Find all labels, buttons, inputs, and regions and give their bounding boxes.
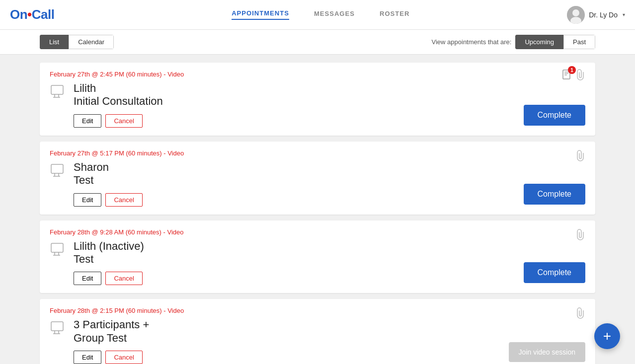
appt-actions-3: Edit Cancel [74, 272, 585, 285]
appt-patient-name-1: Lilith Initial Consultation [74, 82, 585, 108]
appt-body-3: Lilith (Inactive) Test Edit Cancel [50, 240, 585, 286]
svg-rect-11 [51, 164, 63, 173]
appt-patient-name-3: Lilith (Inactive) Test [74, 240, 585, 266]
logo-call: Call [32, 7, 55, 22]
paperclip-icon-3[interactable] [575, 228, 585, 243]
edit-button-3[interactable]: Edit [74, 272, 101, 285]
complete-button-2[interactable]: Complete [524, 184, 585, 205]
appt-body-2: Sharon Test Edit Cancel [50, 161, 585, 207]
cancel-button-2[interactable]: Cancel [105, 193, 142, 207]
paperclip-icon-4[interactable] [575, 307, 585, 321]
notes-badge-1: 1 [568, 66, 576, 74]
svg-rect-15 [51, 243, 63, 252]
appointment-filter: Upcoming Past [515, 35, 595, 49]
svg-rect-3 [51, 85, 63, 94]
filter-label: View appointments that are: [432, 38, 512, 46]
subheader: List Calendar View appointments that are… [0, 30, 635, 55]
calendar-view-button[interactable]: Calendar [69, 35, 114, 49]
logo-text: On•Call [10, 7, 54, 22]
user-name-label: Dr. Ly Do [589, 11, 618, 19]
paperclip-icon-2[interactable] [575, 149, 585, 164]
appt-info-1: Lilith Initial Consultation Edit Cancel [74, 82, 585, 128]
appointment-card-1: February 27th @ 2:45 PM (60 minutes) - V… [40, 63, 595, 136]
appt-info-3: Lilith (Inactive) Test Edit Cancel [74, 240, 585, 286]
nav-appointments[interactable]: APPOINTMENTS [232, 9, 289, 20]
video-monitor-icon-3 [50, 242, 68, 257]
notes-icon-1[interactable]: 1 [561, 69, 573, 83]
nav-roster[interactable]: ROSTER [380, 10, 409, 19]
add-appointment-fab[interactable]: + [594, 323, 620, 349]
svg-rect-19 [51, 322, 63, 331]
appt-body-1: Lilith Initial Consultation Edit Cancel [50, 82, 585, 128]
logo-dot: • [27, 7, 32, 22]
video-monitor-icon-2 [50, 163, 68, 178]
appt-date-4: February 28th @ 2:15 PM (60 minutes) - V… [50, 307, 585, 314]
cancel-button-4[interactable]: Cancel [105, 351, 142, 364]
nav-messages[interactable]: MESSAGES [314, 10, 355, 19]
appointment-card-2: February 27th @ 5:17 PM (60 minutes) - V… [40, 142, 595, 215]
view-toggle: List Calendar [40, 35, 114, 49]
appt-patient-name-4: 3 Participants + Group Test [74, 318, 585, 345]
appt-date-2: February 27th @ 5:17 PM (60 minutes) - V… [50, 149, 585, 157]
appointment-card-4: February 28th @ 2:15 PM (60 minutes) - V… [40, 299, 595, 364]
paperclip-icon-1[interactable] [575, 69, 585, 83]
cancel-button-3[interactable]: Cancel [105, 272, 142, 285]
appt-body-4: 3 Participants + Group Test Edit Cancel [50, 318, 585, 364]
appt-info-2: Sharon Test Edit Cancel [74, 161, 585, 207]
main-nav: APPOINTMENTS MESSAGES ROSTER [74, 9, 567, 20]
video-monitor-icon-1 [50, 84, 68, 99]
appt-patient-name-2: Sharon Test [74, 161, 585, 187]
appointments-list: February 27th @ 2:45 PM (60 minutes) - V… [0, 55, 635, 364]
logo-on: On [10, 7, 27, 22]
svg-point-1 [572, 9, 579, 16]
filter-past-button[interactable]: Past [563, 35, 595, 49]
chevron-down-icon: ▾ [623, 12, 625, 17]
appt-date-1: February 27th @ 2:45 PM (60 minutes) - V… [50, 71, 585, 78]
user-menu[interactable]: Dr. Ly Do ▾ [567, 6, 625, 24]
edit-button-4[interactable]: Edit [74, 351, 101, 364]
filter-upcoming-button[interactable]: Upcoming [515, 35, 563, 49]
complete-button-3[interactable]: Complete [524, 262, 585, 283]
appt-actions-2: Edit Cancel [74, 193, 585, 207]
list-view-button[interactable]: List [40, 35, 69, 49]
video-monitor-icon-4 [50, 320, 68, 335]
join-video-button-4[interactable]: Join video session [509, 342, 585, 362]
edit-button-1[interactable]: Edit [74, 114, 101, 128]
appt-actions-1: Edit Cancel [74, 114, 585, 128]
card-icons-1: 1 [561, 69, 585, 83]
app-header: On•Call APPOINTMENTS MESSAGES ROSTER Dr.… [0, 0, 635, 30]
avatar [567, 6, 585, 24]
appt-date-3: February 28th @ 9:28 AM (60 minutes) - V… [50, 228, 585, 236]
app-logo[interactable]: On•Call [10, 7, 54, 22]
appointment-card-3: February 28th @ 9:28 AM (60 minutes) - V… [40, 220, 595, 293]
cancel-button-1[interactable]: Cancel [105, 114, 142, 128]
edit-button-2[interactable]: Edit [74, 193, 101, 207]
complete-button-1[interactable]: Complete [524, 105, 585, 126]
